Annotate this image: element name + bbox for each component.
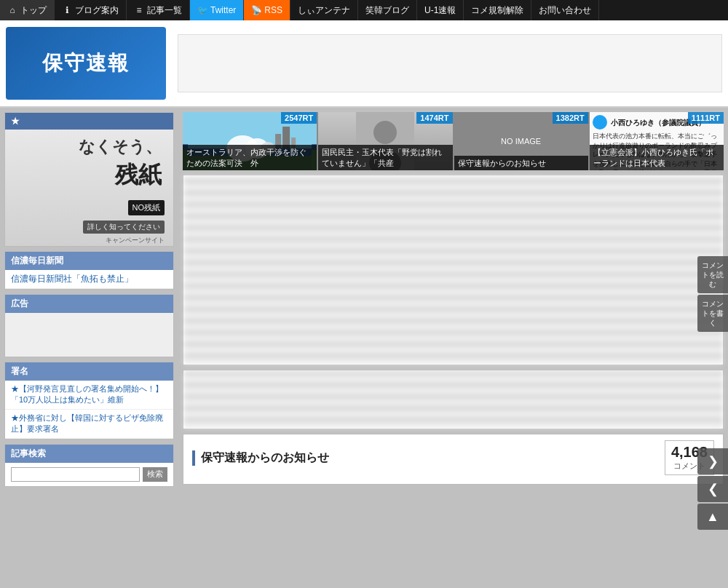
nav-article-list[interactable]: ≡ 記事一覧 (127, 0, 190, 20)
ad-content (5, 313, 173, 357)
search-form: 検索 (5, 463, 173, 486)
banner-detail-button[interactable]: 詳しく知ってください (83, 220, 165, 234)
card-caption-1: オーストラリア、内政干渉を防ぐための法案可決 外 (183, 145, 317, 170)
nav-u1[interactable]: U-1速報 (417, 0, 464, 20)
site-header: 保守速報 (0, 20, 728, 108)
site-logo: 保守速報 (6, 27, 166, 100)
nav-top[interactable]: ⌂ トップ (0, 0, 55, 20)
next-arrow-button[interactable]: ❯ (697, 448, 728, 474)
top-article-cards: 2547RT オーストラリア、内政干渉を防ぐための法案可決 外 1474RT 国… (183, 112, 724, 170)
header-advertisement (178, 34, 722, 92)
blurred-content-2 (183, 370, 723, 429)
bottom-article-section: 保守速報からのお知らせ 4,168 コメント (183, 434, 724, 485)
shinanomainichi-link[interactable]: 信濃毎日新聞社「魚拓も禁止」 (5, 270, 173, 289)
article-card-3[interactable]: NO IMAGE 1382RT 保守速報からのお知らせ (454, 112, 588, 170)
sidebar-banner[interactable]: なくそう、 残紙 NO残紙 詳しく知ってください キャンペーンサイト (5, 130, 173, 246)
nav-twitter[interactable]: 🐦 Twitter (190, 0, 244, 20)
read-comments-button[interactable]: コメントを読む (697, 256, 728, 293)
nav-rss[interactable]: 📡 RSS (244, 0, 290, 20)
svg-point-10 (373, 121, 397, 144)
card-caption-2: 国民民主・玉木代表「野党は割れていません」「共産 (318, 145, 452, 170)
rss-icon: 📡 (251, 5, 261, 15)
sidebar-ad-section: 広告 (4, 294, 174, 357)
sidebar: ★ なくそう、 残紙 NO残紙 詳しく知ってください キャンペーンサイト (0, 108, 178, 491)
signature-item-1[interactable]: ★【河野発言見直しの署名集め開始へ！】「10万人以上は集めたい」維新 (5, 381, 173, 410)
floating-buttons: コメントを読む コメントを書く (697, 256, 728, 332)
list-icon: ≡ (134, 5, 144, 15)
nav-blog2[interactable]: 笑韓ブログ (358, 0, 417, 20)
search-button[interactable]: 検索 (143, 467, 167, 482)
article-card-4[interactable]: 小西ひろゆき（参議院議員） ✓ 日本代表の池力本番に転転、本当にご゛っかりは行進… (590, 112, 724, 170)
nav-blog-info[interactable]: ℹ ブログ案内 (55, 0, 127, 20)
twitter-avatar (593, 115, 607, 130)
banner-line1: なくそう、 残紙 (11, 130, 167, 197)
rt-badge-4: 1111RT (688, 112, 724, 124)
top-navigation: ⌂ トップ ℹ ブログ案内 ≡ 記事一覧 🐦 Twitter 📡 RSS しぃア… (0, 0, 728, 20)
write-comment-button[interactable]: コメントを書く (697, 295, 728, 332)
main-content: 2547RT オーストラリア、内政干渉を防ぐための法案可決 外 1474RT 国… (178, 108, 728, 491)
sidebar-signature: 署名 ★【河野発言見直しの署名集め開始へ！】「10万人以上は集めたい」維新 ★外… (4, 362, 174, 440)
card-caption-4: 【立憲会派】小西ひろゆき氏「ポーランドは日本代表 (590, 145, 724, 170)
bottom-article-title: 保守速報からのお知らせ (192, 450, 329, 466)
nav-kome[interactable]: コメ規制解除 (464, 0, 531, 20)
sidebar-star-header: ★ (5, 113, 173, 130)
main-wrapper: ★ なくそう、 残紙 NO残紙 詳しく知ってください キャンペーンサイト (0, 108, 728, 491)
search-title: 記事検索 (5, 445, 173, 463)
arrow-navigation: ❯ ❮ ▲ (697, 448, 728, 491)
main-article-content (183, 175, 724, 365)
rt-badge-1: 2547RT (281, 112, 317, 124)
signature-title: 署名 (5, 362, 173, 381)
home-icon: ⌂ (7, 5, 17, 15)
sidebar-featured-section: ★ なくそう、 残紙 NO残紙 詳しく知ってください キャンペーンサイト (4, 112, 174, 247)
ad-title: 広告 (5, 295, 173, 313)
sidebar-search: 記事検索 検索 (4, 444, 174, 487)
twitter-icon: 🐦 (197, 5, 207, 15)
article-card-1[interactable]: 2547RT オーストラリア、内政干渉を防ぐための法案可決 外 (183, 112, 317, 170)
bottom-article-header: 保守速報からのお知らせ 4,168 コメント (192, 440, 714, 475)
shinanomainichi-title: 信濃毎日新聞 (5, 252, 173, 270)
rt-badge-3: 1382RT (553, 112, 588, 124)
rt-badge-2: 1474RT (416, 112, 452, 124)
sidebar-shinanomainichi: 信濃毎日新聞 信濃毎日新聞社「魚拓も禁止」 (4, 251, 174, 290)
nav-antenna[interactable]: しぃアンテナ (290, 0, 358, 20)
banner-badge: NO残紙 (128, 200, 165, 215)
prev-arrow-button[interactable]: ❮ (697, 476, 728, 491)
card-caption-3: 保守速報からのお知らせ (454, 156, 588, 170)
blurred-content (183, 175, 723, 365)
nav-contact[interactable]: お問い合わせ (531, 0, 599, 20)
banner-campaign-label: キャンペーンサイト (106, 236, 165, 245)
secondary-article-content (183, 370, 724, 429)
signature-item-2[interactable]: ★外務省に対し【韓国に対するビザ免除廃止】要求署名 (5, 410, 173, 439)
search-input[interactable] (11, 467, 140, 482)
article-card-2[interactable]: 1474RT 国民民主・玉木代表「野党は割れていません」「共産 (318, 112, 452, 170)
info-icon: ℹ (62, 5, 72, 15)
